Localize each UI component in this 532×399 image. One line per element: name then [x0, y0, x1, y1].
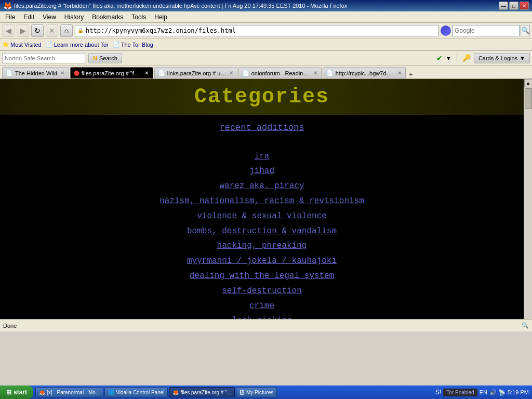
- tab-close-2[interactable]: ✕: [143, 70, 150, 76]
- bookmark-most-visited[interactable]: ⭐ Most Visited: [2, 41, 42, 48]
- tabs-bar: 📄 The Hidden Wiki ✕ 🔴 files.paraZite.org…: [0, 65, 532, 79]
- tab-close-3[interactable]: ✕: [229, 70, 234, 76]
- back-button[interactable]: ◀: [2, 24, 15, 37]
- tab-hidden-wiki[interactable]: 📄 The Hidden Wiki ✕: [2, 67, 69, 78]
- scroll-up-button[interactable]: ▲: [524, 79, 533, 87]
- statusbar-right: 🔍: [522, 322, 529, 329]
- menu-file[interactable]: File: [2, 12, 18, 22]
- key-icon: 🔑: [462, 54, 471, 62]
- tray-search: S!: [435, 389, 441, 396]
- maximize-button[interactable]: □: [509, 2, 518, 10]
- link-jihad[interactable]: jihad: [249, 164, 274, 179]
- home-button[interactable]: ⌂: [60, 24, 73, 37]
- minimize-button[interactable]: —: [499, 2, 508, 10]
- tab-favicon-3: 📄: [158, 70, 165, 76]
- new-tab-button[interactable]: +: [407, 70, 415, 78]
- link-crime[interactable]: crime: [249, 299, 274, 314]
- link-ira[interactable]: ira: [255, 149, 270, 164]
- taskbar-icon-3: 🦊: [172, 390, 179, 395]
- menu-help[interactable]: Help: [151, 12, 170, 22]
- scrollbar[interactable]: ▲ ▼: [524, 79, 532, 331]
- taskbar-tray: S! Tor Enabled EN 🔊 📡 5:19 PM: [432, 389, 532, 396]
- norton-icon: N: [93, 55, 97, 61]
- norton-bar: N Search ✔ ▼ 🔑 Cards & Logins ▼: [0, 51, 532, 65]
- categories-header: Categories: [0, 79, 524, 115]
- link-bombs[interactable]: bombs, destruction & vandalism: [187, 224, 337, 239]
- tab-parazite[interactable]: 🔴 files.paraZite.org # "fo... ✕: [70, 67, 153, 78]
- menu-edit[interactable]: Edit: [20, 12, 37, 22]
- taskbar-items: 🦊 [x] - Paranormal - Mo... 🌐 Vidalia Con…: [33, 387, 432, 397]
- url-input[interactable]: [86, 27, 436, 34]
- taskbar-item-vidalia[interactable]: 🌐 Vidalia Control Panel: [104, 387, 168, 397]
- menu-bookmarks[interactable]: Bookmarks: [89, 12, 126, 22]
- taskbar-item-paranormal[interactable]: 🦊 [x] - Paranormal - Mo...: [35, 387, 103, 397]
- taskbar-item-parazite[interactable]: 🦊 files.paraZite.org # "...: [169, 387, 234, 397]
- forward-button[interactable]: ▶: [17, 24, 29, 37]
- categories-list: recent additions ira jihad warez aka. pi…: [0, 115, 524, 331]
- menu-view[interactable]: View: [39, 12, 59, 22]
- address-bar: 🔒: [75, 25, 438, 36]
- taskbar-icon-2: 🌐: [108, 390, 114, 395]
- checkmark-dropdown[interactable]: ▼: [446, 55, 451, 61]
- zoom-icon: 🔍: [522, 322, 529, 329]
- stop-button[interactable]: ✕: [46, 24, 58, 37]
- norton-search-input[interactable]: [2, 53, 85, 63]
- bookmark-tor-blog[interactable]: 📄 The Tor Blog: [113, 41, 153, 48]
- tab-links[interactable]: 📄 links.paraZite.org # underg... ✕: [154, 67, 237, 78]
- tor-indicator: Tor Enabled: [443, 389, 477, 396]
- tray-icons: 🔊 📡: [489, 389, 506, 396]
- bookmark-learn-tor[interactable]: 📄 Learn more about Tor: [46, 41, 109, 48]
- taskbar-icon-4: 🖼: [240, 390, 245, 395]
- status-text: Done: [3, 323, 17, 329]
- status-bar: Done 🔍: [0, 319, 532, 331]
- link-violence[interactable]: violence & sexual violence: [197, 209, 327, 224]
- link-myyrmanni[interactable]: myyrmanni / jokela / kauhajoki: [187, 254, 337, 269]
- tray-lang: EN: [480, 389, 487, 395]
- tab-favicon-5: 📄: [326, 70, 334, 76]
- taskbar-item-pictures[interactable]: 🖼 My Pictures: [236, 387, 277, 397]
- browser-content: Categories recent additions ira jihad wa…: [0, 79, 532, 331]
- bookmarks-bar: ⭐ Most Visited 📄 Learn more about Tor 📄 …: [0, 38, 532, 51]
- scroll-thumb[interactable]: [525, 88, 532, 109]
- firefox-icon: 🦊: [3, 2, 12, 10]
- link-hacking[interactable]: hacking, phreaking: [217, 238, 307, 254]
- dropdown-icon: ▼: [520, 55, 525, 61]
- tab-close-4[interactable]: ✕: [313, 70, 318, 76]
- tab-close-5[interactable]: ✕: [397, 70, 402, 76]
- close-button[interactable]: ✕: [520, 2, 529, 10]
- star-icon: ⭐: [2, 41, 9, 48]
- menu-tools[interactable]: Tools: [128, 12, 149, 22]
- taskbar: ⊞ start 🦊 [x] - Paranormal - Mo... 🌐 Vid…: [0, 385, 532, 399]
- menu-bar: File Edit View History Bookmarks Tools H…: [0, 11, 532, 23]
- link-recent-additions[interactable]: recent additions: [219, 120, 304, 136]
- titlebar: 🦊 files.paraZite.org # "forbidden" files…: [0, 0, 532, 11]
- navigation-bar: ◀ ▶ ↻ ✕ ⌂ 🔒 🔍: [0, 23, 532, 38]
- categories-title: Categories: [194, 85, 329, 109]
- link-legal[interactable]: dealing with the legal system: [190, 269, 334, 284]
- page-icon: 📄: [46, 41, 53, 48]
- link-warez[interactable]: warez aka. piracy: [219, 179, 304, 194]
- tab-favicon-4: 📄: [242, 70, 249, 76]
- search-go-button[interactable]: 🔍: [521, 25, 530, 36]
- window-title: files.paraZite.org # "forbidden" files a…: [14, 3, 347, 9]
- norton-search-button[interactable]: N Search: [88, 53, 122, 63]
- tab-close-1[interactable]: ✕: [59, 70, 65, 76]
- tab-onionforum[interactable]: 📄 onionforum - Reading Topic... ✕: [238, 67, 322, 78]
- check-icon: ✔: [436, 54, 443, 62]
- cards-logins-button[interactable]: Cards & Logins ▼: [474, 53, 530, 63]
- clock: 5:19 PM: [508, 389, 529, 395]
- taskbar-icon-1: 🦊: [39, 390, 45, 395]
- link-self-destruction[interactable]: self-destruction: [222, 284, 302, 299]
- start-button[interactable]: ⊞ start: [0, 385, 33, 399]
- favicon: [441, 25, 451, 36]
- windows-logo: ⊞: [6, 389, 11, 396]
- reload-button[interactable]: ↻: [31, 24, 44, 37]
- tab-favicon-1: 📄: [6, 70, 13, 76]
- tab-rcypic[interactable]: 📄 http://rcypic...bgw7dq.onion/ ✕: [323, 67, 406, 78]
- page-main: Categories recent additions ira jihad wa…: [0, 79, 532, 331]
- google-search-input[interactable]: [452, 25, 520, 36]
- menu-history[interactable]: History: [61, 12, 87, 22]
- link-nazism[interactable]: nazism, nationalism, racism & revisionis…: [159, 194, 364, 209]
- tab-favicon-2: 🔴: [74, 71, 79, 76]
- page-icon-2: 📄: [113, 41, 120, 48]
